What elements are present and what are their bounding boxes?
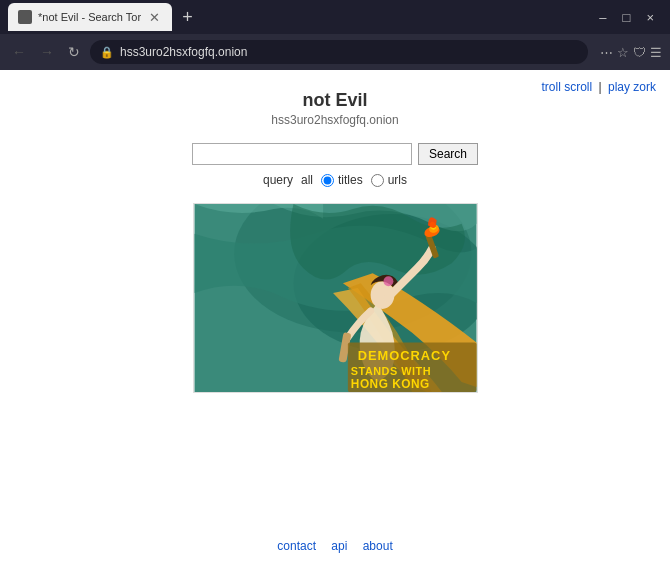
tab-title: *not Evil - Search Tor [38,11,141,23]
site-title: not Evil [302,90,367,111]
search-form: Search [192,143,478,165]
search-options: query all titles urls [263,173,407,187]
svg-text:DEMOCRACY: DEMOCRACY [357,348,450,363]
urls-radio-label[interactable]: urls [371,173,407,187]
maximize-button[interactable]: □ [619,10,635,25]
urls-label: urls [388,173,407,187]
search-input[interactable] [192,143,412,165]
minimize-button[interactable]: – [595,10,610,25]
titles-label: titles [338,173,363,187]
browser-tab[interactable]: *not Evil - Search Tor ✕ [8,3,172,31]
poster-svg: DEMOCRACY STANDS WITH HONG KONG [194,204,477,392]
play-zork-link[interactable]: play zork [608,80,656,94]
titles-radio-label[interactable]: titles [321,173,363,187]
page-content: troll scroll | play zork not Evil hss3ur… [0,70,670,573]
address-actions: ⋯ ☆ 🛡 ☰ [600,45,662,60]
close-button[interactable]: × [642,10,658,25]
site-subtitle: hss3uro2hsxfogfq.onion [271,113,398,127]
lock-icon: 🔒 [100,46,114,59]
troll-scroll-link[interactable]: troll scroll [542,80,593,94]
svg-point-4 [383,276,393,286]
top-right-links: troll scroll | play zork [542,80,657,94]
new-tab-button[interactable]: + [176,8,199,26]
tab-close-button[interactable]: ✕ [147,10,162,25]
address-bar: ← → ↻ 🔒 hss3uro2hsxfogfq.onion ⋯ ☆ 🛡 ☰ [0,34,670,70]
all-label: all [301,173,313,187]
tab-bar: *not Evil - Search Tor ✕ + – □ × [0,0,670,34]
page-footer: contact api about [271,523,398,573]
window-controls: – □ × [595,10,662,25]
api-link[interactable]: api [331,539,347,553]
refresh-button[interactable]: ↻ [64,42,84,62]
svg-text:HONG KONG: HONG KONG [350,377,429,391]
poster-image: DEMOCRACY STANDS WITH HONG KONG [193,203,478,393]
shield-icon[interactable]: 🛡 [633,45,646,60]
about-link[interactable]: about [363,539,393,553]
svg-text:STANDS WITH: STANDS WITH [350,365,430,377]
titles-radio[interactable] [321,174,334,187]
browser-frame: *not Evil - Search Tor ✕ + – □ × ← → ↻ 🔒… [0,0,670,573]
forward-button[interactable]: → [36,42,58,62]
urls-radio[interactable] [371,174,384,187]
search-button[interactable]: Search [418,143,478,165]
bookmark-icon[interactable]: ☆ [617,45,629,60]
link-separator: | [595,80,605,94]
contact-link[interactable]: contact [277,539,316,553]
address-text: hss3uro2hsxfogfq.onion [120,45,578,59]
tab-favicon [18,10,32,24]
more-options-icon[interactable]: ⋯ [600,45,613,60]
back-button[interactable]: ← [8,42,30,62]
query-label: query [263,173,293,187]
address-bar-input-wrap[interactable]: 🔒 hss3uro2hsxfogfq.onion [90,40,588,64]
menu-icon[interactable]: ☰ [650,45,662,60]
